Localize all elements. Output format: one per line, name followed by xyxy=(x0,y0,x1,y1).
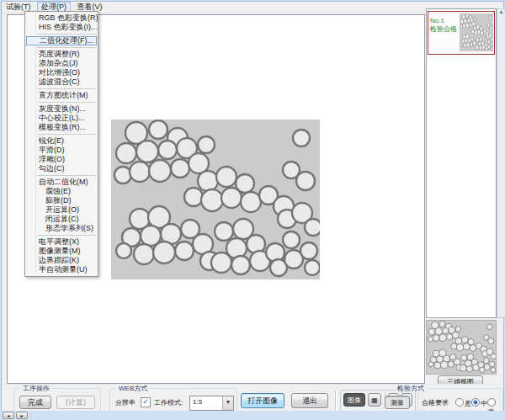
menu-item-21[interactable]: 自动二值化(M) xyxy=(25,178,98,187)
resolution-checkbox[interactable]: ✓ xyxy=(141,397,151,407)
list-scrollbar[interactable]: ▲ xyxy=(497,8,505,318)
menu-item-5[interactable]: 亮度调整(R) xyxy=(25,50,98,59)
process-menu: RGB 色彩变换(R)...HIS 色彩变换(I)...二值化处理(F)...亮… xyxy=(24,11,98,277)
menu-item-17[interactable]: 平滑(D) xyxy=(25,146,98,155)
scale-value: 1:5 xyxy=(193,398,202,406)
combo-arrow-icon[interactable]: ▼ xyxy=(222,396,233,410)
menu-separator xyxy=(37,102,96,103)
menu-separator xyxy=(37,88,96,89)
done-button[interactable]: 完成 xyxy=(19,396,51,409)
result-status: 检验合格 xyxy=(430,25,460,34)
menu-item-1[interactable]: HIS 色彩变换(I)... xyxy=(25,23,98,32)
menu-item-22[interactable]: 腐蚀(E) xyxy=(25,187,98,196)
menu-item-0[interactable]: RGB 色彩变换(R)... xyxy=(25,13,98,23)
radio-mid-label: 中 xyxy=(481,400,487,407)
scale-combo[interactable]: 1:5 ▼ xyxy=(189,396,234,411)
scroll-up-icon[interactable]: ▲ xyxy=(497,9,505,14)
menu-item-30[interactable]: 边界跟踪(K) xyxy=(25,256,98,265)
inspect-group: 检验方式 测量 合格要求 差 中 优 xyxy=(417,388,503,413)
menu-item-24[interactable]: 开运算(O) xyxy=(25,205,98,215)
radio-high-icon xyxy=(487,398,496,407)
image-mode-button[interactable]: 图像 xyxy=(343,393,365,407)
menu-separator xyxy=(37,34,96,35)
result-thumbnail xyxy=(460,13,493,51)
grid-icon[interactable]: ▦ xyxy=(368,393,381,407)
menu-separator xyxy=(37,47,96,48)
menu-item-26[interactable]: 形态学系列(S) xyxy=(25,224,98,233)
web-group: WEB方式 分辨率 ✓ 工作模式: 1:5 ▼ xyxy=(109,388,237,413)
radio-low[interactable]: 差 xyxy=(455,398,471,408)
menu-separator xyxy=(37,134,96,135)
menu-item-28[interactable]: 电平调整(X) xyxy=(25,237,98,247)
menu-item-12[interactable]: 灰度变换(N)... xyxy=(25,104,98,114)
menu-item-19[interactable]: 勾边(C) xyxy=(25,164,98,173)
menu-item-8[interactable]: 滤波混合(C) xyxy=(25,77,98,87)
result-item[interactable]: No.1 检验合格 xyxy=(428,11,495,55)
toolbar-separator xyxy=(335,390,337,410)
steps-group: 工序操作 完成 (计算) xyxy=(13,388,101,413)
resolution-label: 分辨率 xyxy=(115,399,136,407)
radio-low-icon xyxy=(455,398,464,407)
menu-separator xyxy=(37,235,96,236)
web-group-title: WEB方式 xyxy=(116,385,150,392)
calc-button[interactable]: (计算) xyxy=(56,396,95,409)
menu-item-13[interactable]: 中心校正(L)... xyxy=(25,114,98,123)
prev-button[interactable]: ◂ xyxy=(3,412,14,419)
bottom-toolbar: 工序操作 完成 (计算) WEB方式 分辨率 ✓ 工作模式: 1:5 ▼ 打开图… xyxy=(2,384,503,413)
specimen-image xyxy=(111,120,320,279)
menu-item-31[interactable]: 半自动测量(U) xyxy=(25,265,98,274)
menu-item-3[interactable]: 二值化处理(F)... xyxy=(26,36,97,45)
open-image-button[interactable]: 打开图像 xyxy=(241,393,284,408)
result-number: No.1 xyxy=(430,17,460,25)
inspect-group-title: 检验方式 xyxy=(395,385,427,392)
quality-label: 合格要求 xyxy=(422,399,449,407)
menu-item-6[interactable]: 添加杂点(J) xyxy=(25,59,98,68)
radio-mid[interactable]: 中 xyxy=(471,398,487,408)
result-list[interactable]: No.1 检验合格 xyxy=(426,8,497,318)
menu-item-16[interactable]: 锐化(E) xyxy=(25,136,98,146)
measure-button[interactable]: 测量 xyxy=(385,396,410,409)
menu-item-14[interactable]: 模板变换(R)... xyxy=(25,123,98,132)
menu-item-10[interactable]: 直方图统计(M) xyxy=(25,91,98,100)
result-text: No.1 检验合格 xyxy=(430,17,460,34)
preview-thumbnail[interactable] xyxy=(426,320,497,375)
menu-item-7[interactable]: 对比增强(O) xyxy=(25,68,98,77)
menu-item-25[interactable]: 闭运算(C) xyxy=(25,215,98,224)
next-button[interactable]: ▸ xyxy=(16,412,28,419)
window-frame xyxy=(0,411,505,420)
radio-low-label: 差 xyxy=(465,400,471,407)
menu-item-18[interactable]: 浮雕(O) xyxy=(25,155,98,164)
mode-label: 工作模式: xyxy=(154,399,183,407)
menu-separator xyxy=(37,175,96,176)
steps-group-title: 工序操作 xyxy=(20,385,52,392)
exit-button[interactable]: 退出 xyxy=(291,393,328,408)
menu-item-29[interactable]: 图像测量(M) xyxy=(25,247,98,256)
menu-item-23[interactable]: 膨胀(D) xyxy=(25,196,98,205)
app-window: 试验(T) 处理(P) 查看(V) RGB 色彩变换(R)...HIS 色彩变换… xyxy=(1,1,504,412)
radio-mid-icon xyxy=(471,398,480,407)
